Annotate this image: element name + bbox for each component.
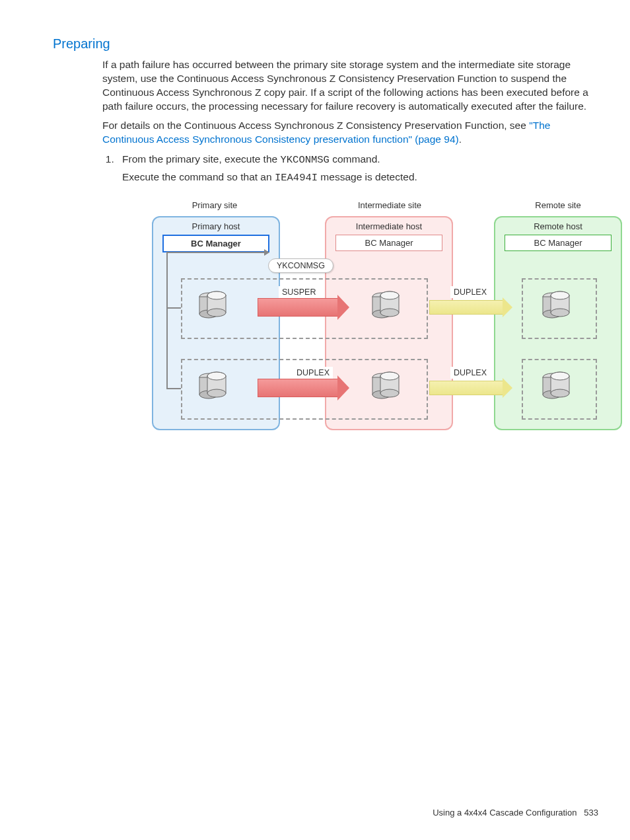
db-primary-bottom bbox=[197, 371, 232, 402]
footer-page-number: 533 bbox=[584, 808, 598, 818]
step-1-detail: Execute the command so that an IEA494I m… bbox=[122, 170, 604, 186]
db-intermediate-top bbox=[370, 290, 405, 322]
svg-point-34 bbox=[551, 291, 569, 299]
paragraph-2-prefix: For details on the Continuous Access Syn… bbox=[102, 120, 529, 131]
bc-manager-intermediate: BC Manager bbox=[335, 235, 442, 251]
arrow-duplex-mid bbox=[258, 379, 338, 397]
step-1-prefix: From the primary site, execute the bbox=[122, 153, 280, 165]
svg-point-27 bbox=[380, 372, 399, 380]
svg-point-20 bbox=[380, 291, 399, 299]
bc-manager-remote: BC Manager bbox=[505, 235, 612, 251]
code-ykconmsg: YKCONMSG bbox=[280, 154, 329, 166]
state-susper: SUSPER bbox=[279, 286, 319, 298]
label-remote-site: Remote site bbox=[515, 200, 601, 210]
svg-point-26 bbox=[380, 389, 399, 397]
arrow-duplex-top bbox=[429, 300, 503, 315]
svg-point-5 bbox=[207, 309, 226, 317]
connector-top bbox=[166, 252, 264, 253]
page-footer: Using a 4x4x4 Cascade Configuration 533 bbox=[433, 808, 598, 818]
arrow-susper bbox=[258, 298, 338, 317]
code-iea494i: IEA494I bbox=[275, 172, 318, 184]
db-remote-bottom bbox=[540, 371, 576, 402]
arrow-duplex-bottom bbox=[429, 381, 503, 395]
state-duplex-2: DUPLEX bbox=[293, 367, 333, 379]
footer-text: Using a 4x4x4 Cascade Configuration bbox=[433, 808, 577, 818]
pill-ykconmsg: YKCONMSG bbox=[268, 258, 333, 273]
connector-h1 bbox=[166, 307, 181, 309]
label-intermediate-host: Intermediate host bbox=[334, 221, 444, 231]
svg-point-33 bbox=[551, 309, 569, 317]
svg-point-40 bbox=[551, 389, 569, 397]
paragraph-1: If a path failure has occurred between t… bbox=[102, 58, 597, 114]
label-remote-host: Remote host bbox=[503, 221, 613, 231]
label-intermediate-site: Intermediate site bbox=[343, 200, 436, 210]
step-1-suffix: command. bbox=[330, 153, 380, 165]
svg-point-13 bbox=[207, 372, 226, 380]
db-intermediate-bottom bbox=[370, 371, 405, 402]
diagram: Primary site Intermediate site Remote si… bbox=[152, 198, 614, 436]
section-heading: Preparing bbox=[53, 36, 604, 52]
paragraph-2-suffix: . bbox=[459, 134, 462, 145]
state-duplex-3: DUPLEX bbox=[450, 367, 490, 379]
db-remote-top bbox=[540, 290, 576, 322]
label-primary-site: Primary site bbox=[172, 200, 258, 210]
step-1b-prefix: Execute the command so that an bbox=[122, 171, 275, 182]
svg-point-41 bbox=[551, 372, 569, 380]
connector-vertical bbox=[166, 252, 168, 388]
svg-point-6 bbox=[207, 291, 226, 299]
bc-manager-primary: BC Manager bbox=[162, 235, 269, 252]
label-primary-host: Primary host bbox=[161, 221, 271, 231]
paragraph-2: For details on the Continuous Access Syn… bbox=[102, 119, 597, 147]
connector-h2 bbox=[166, 388, 181, 389]
step-1b-suffix: message is detected. bbox=[318, 171, 417, 182]
arrowhead-ykconmsg bbox=[264, 249, 269, 256]
svg-point-12 bbox=[207, 389, 226, 397]
step-1: From the primary site, execute the YKCON… bbox=[117, 152, 604, 168]
db-primary-top bbox=[197, 290, 232, 322]
svg-point-19 bbox=[380, 309, 399, 317]
state-duplex-1: DUPLEX bbox=[450, 286, 490, 298]
